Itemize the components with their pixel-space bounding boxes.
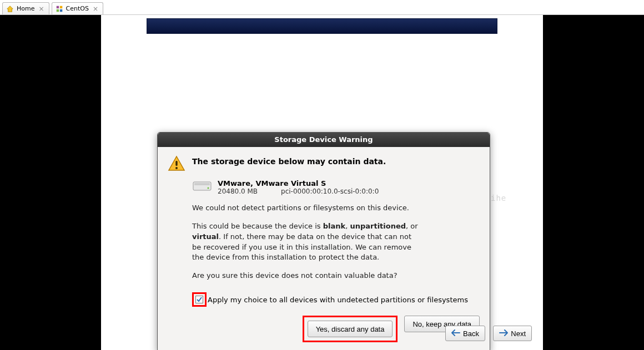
letterbox-left	[0, 15, 101, 350]
svg-rect-7	[194, 183, 210, 185]
svg-point-8	[208, 187, 209, 189]
tab-label: Home	[17, 5, 34, 12]
highlight-box	[192, 292, 207, 307]
storage-warning-dialog: Storage Device Warning The storage devic…	[157, 132, 490, 350]
close-icon[interactable]: ×	[37, 5, 45, 13]
back-button[interactable]: Back	[445, 326, 485, 341]
svg-point-5	[175, 167, 178, 169]
highlight-box: Yes, discard any data	[303, 316, 398, 342]
centos-icon	[56, 5, 63, 13]
dialog-message-2: This could be because the device is blan…	[192, 221, 420, 263]
vm-display: sdn.net/CSDN_lihe Storage Device Warning…	[101, 15, 543, 350]
svg-rect-4	[175, 161, 177, 166]
next-button[interactable]: Next	[493, 326, 532, 341]
device-details: 20480.0 MBpci-0000:00:10.0-scsi-0:0:0:0	[218, 187, 379, 195]
device-path: pci-0000:00:10.0-scsi-0:0:0:0	[281, 187, 379, 195]
home-icon	[6, 5, 14, 13]
tab-bar: Home × CentOS ×	[0, 0, 644, 15]
harddisk-icon	[192, 179, 212, 192]
svg-rect-3	[59, 9, 62, 11]
arrow-right-icon	[499, 329, 508, 338]
installer-banner	[147, 18, 497, 34]
tab-home[interactable]: Home ×	[2, 2, 49, 14]
arrow-left-icon	[451, 329, 460, 338]
close-icon[interactable]: ×	[92, 5, 99, 13]
tab-label: CentOS	[66, 5, 89, 12]
dialog-body: The storage device below may contain dat…	[158, 147, 490, 350]
next-label: Next	[511, 329, 526, 338]
warning-icon	[168, 155, 185, 173]
device-name: VMware, VMware Virtual S	[218, 179, 379, 187]
device-size: 20480.0 MB	[218, 187, 258, 195]
apply-all-label: Apply my choice to all devices with unde…	[208, 296, 468, 304]
dialog-heading: The storage device below may contain dat…	[192, 157, 386, 166]
svg-rect-2	[56, 9, 58, 11]
svg-rect-1	[59, 6, 62, 8]
dialog-title: Storage Device Warning	[158, 133, 490, 147]
back-label: Back	[463, 329, 479, 338]
dialog-message-1: We could not detect partitions or filesy…	[192, 203, 480, 214]
dialog-message-3: Are you sure this device does not contai…	[192, 271, 480, 281]
tab-centos[interactable]: CentOS ×	[52, 2, 103, 14]
svg-rect-0	[56, 6, 58, 8]
yes-discard-button[interactable]: Yes, discard any data	[308, 321, 393, 337]
letterbox-right	[543, 15, 644, 350]
apply-all-checkbox[interactable]	[195, 296, 203, 303]
